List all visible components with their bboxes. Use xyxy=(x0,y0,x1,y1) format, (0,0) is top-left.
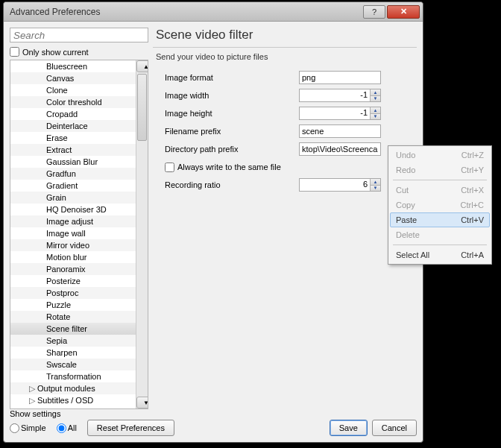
tree-item[interactable]: Image adjust xyxy=(10,215,136,227)
tree-item[interactable]: Gradfun xyxy=(10,168,136,180)
tree-item[interactable]: Motion blur xyxy=(10,251,136,263)
tree-item[interactable]: Deinterlace xyxy=(10,120,136,132)
ctx-separator xyxy=(393,180,487,180)
tree-item[interactable]: Gradient xyxy=(10,180,136,192)
tree-item-label: Motion blur xyxy=(46,253,86,262)
context-menu: UndoCtrl+Z RedoCtrl+Y CutCtrl+X CopyCtrl… xyxy=(388,145,492,265)
tree-item-label: Gradient xyxy=(46,181,78,190)
tree-item-label: Extract xyxy=(46,145,72,154)
tree-item[interactable]: Mirror video xyxy=(10,239,136,251)
all-radio[interactable] xyxy=(57,423,66,433)
tree-item-label: Posterize xyxy=(46,277,81,285)
simple-radio-row[interactable]: Simple xyxy=(10,423,46,433)
tree-item-label: Clone xyxy=(46,86,68,95)
height-spin-up[interactable]: ▲ xyxy=(370,107,380,114)
tree-item[interactable]: HQ Denoiser 3D xyxy=(10,204,136,215)
scroll-up-button[interactable]: ▲ xyxy=(136,60,148,72)
tree-expand-icon[interactable]: ▷ xyxy=(28,394,36,406)
tree-item-label: Rotate xyxy=(46,312,70,321)
tree-item[interactable]: ▷Subtitles / OSD xyxy=(10,394,136,406)
tree-item[interactable]: ▷Output modules xyxy=(10,382,136,394)
tree-item[interactable]: Rotate xyxy=(10,311,136,323)
tree-item[interactable]: Sharpen xyxy=(10,347,136,359)
image-width-input[interactable]: -1 ▲▼ xyxy=(299,89,381,102)
tree-item[interactable]: Extract xyxy=(10,144,136,156)
filename-prefix-input[interactable] xyxy=(299,124,381,138)
width-spin-up[interactable]: ▲ xyxy=(370,89,380,96)
tree-item-label: Cropadd xyxy=(46,110,78,119)
scroll-thumb[interactable] xyxy=(137,74,147,141)
tree-item[interactable]: Swscale xyxy=(10,359,136,370)
recording-ratio-input[interactable]: 6 ▲▼ xyxy=(299,178,381,192)
only-show-current-row[interactable]: Only show current xyxy=(10,47,148,57)
ctx-cut[interactable]: CutCtrl+X xyxy=(390,183,490,198)
width-spin-down[interactable]: ▼ xyxy=(370,96,380,102)
tree-item-label: Sepia xyxy=(46,336,67,345)
tree-item[interactable]: Cropadd xyxy=(10,108,136,120)
tree-item-label: Deinterlace xyxy=(46,122,88,130)
help-button[interactable]: ? xyxy=(363,5,385,19)
simple-radio[interactable] xyxy=(10,423,19,433)
tree-item-label: HQ Denoiser 3D xyxy=(46,205,107,214)
tree-item-label: Scene filter xyxy=(46,324,87,333)
ctx-undo[interactable]: UndoCtrl+Z xyxy=(390,148,490,163)
tree-item[interactable]: Puzzle xyxy=(10,299,136,311)
panel-divider xyxy=(153,47,417,48)
only-show-current-checkbox[interactable] xyxy=(10,47,19,57)
tree-item-label: Grain xyxy=(46,193,66,202)
height-spin-down[interactable]: ▼ xyxy=(370,114,380,120)
tree-item-label: Subtitles / OSD xyxy=(37,396,93,405)
tree-item[interactable]: Sepia xyxy=(10,335,136,347)
tree-item-label: Erase xyxy=(46,133,68,142)
ratio-spin-down[interactable]: ▼ xyxy=(370,186,380,192)
only-show-current-label: Only show current xyxy=(22,48,89,57)
ctx-redo[interactable]: RedoCtrl+Y xyxy=(390,163,490,177)
filename-prefix-label: Filename prefix xyxy=(165,127,299,136)
tree-item[interactable]: Erase xyxy=(10,132,136,144)
save-button[interactable]: Save xyxy=(330,420,368,436)
always-write-label: Always write to the same file xyxy=(177,163,281,171)
tree-item-label: Image wall xyxy=(46,229,86,238)
cancel-button[interactable]: Cancel xyxy=(372,420,417,436)
search-input[interactable] xyxy=(10,28,148,42)
ctx-paste[interactable]: PasteCtrl+V xyxy=(390,212,490,227)
directory-prefix-input[interactable] xyxy=(299,142,381,156)
tree-item[interactable]: Gaussian Blur xyxy=(10,156,136,168)
close-button[interactable]: ✕ xyxy=(387,5,420,19)
scroll-down-button[interactable]: ▼ xyxy=(136,397,148,408)
reset-preferences-button[interactable]: Reset Preferences xyxy=(87,420,174,436)
tree-item[interactable]: Scene filter xyxy=(10,323,136,335)
tree-item-label: Mirror video xyxy=(46,241,89,250)
ctx-separator xyxy=(393,244,487,245)
recording-ratio-label: Recording ratio xyxy=(165,180,299,189)
tree-scrollbar[interactable]: ▲ ▼ xyxy=(136,60,148,408)
all-radio-row[interactable]: All xyxy=(57,423,77,433)
tree-expand-icon[interactable]: ▷ xyxy=(28,382,36,394)
tree-item-label: Bluescreen xyxy=(46,62,87,71)
tree-item[interactable]: Color threshold xyxy=(10,96,136,108)
image-height-input[interactable]: -1 ▲▼ xyxy=(299,107,381,120)
tree-item-label: Gradfun xyxy=(46,169,76,178)
tree-item[interactable]: Posterize xyxy=(10,275,136,287)
tree-item-label: Output modules xyxy=(37,384,95,393)
tree-item[interactable]: Image wall xyxy=(10,227,136,239)
ctx-copy[interactable]: CopyCtrl+C xyxy=(390,198,490,212)
advanced-preferences-dialog: Advanced Preferences ? ✕ Only show curre… xyxy=(3,1,423,443)
image-format-input[interactable] xyxy=(299,71,381,84)
tree-item-label: Postproc xyxy=(46,288,78,297)
tree-item[interactable]: Transformation xyxy=(10,370,136,382)
tree-item[interactable]: Panoramix xyxy=(10,263,136,275)
tree-item[interactable]: Postproc xyxy=(10,287,136,299)
tree-item[interactable]: Bluescreen xyxy=(10,60,136,72)
ratio-spin-up[interactable]: ▲ xyxy=(370,179,380,186)
tree-item[interactable]: Clone xyxy=(10,84,136,96)
titlebar[interactable]: Advanced Preferences ? ✕ xyxy=(4,2,423,22)
panel-description: Send your video to picture files xyxy=(156,52,417,61)
ctx-select-all[interactable]: Select AllCtrl+A xyxy=(390,247,490,262)
tree-item[interactable]: Canvas xyxy=(10,72,136,84)
tree-item-label: Panoramix xyxy=(46,265,86,274)
tree-item-label: Canvas xyxy=(46,74,74,83)
ctx-delete[interactable]: Delete xyxy=(390,227,490,242)
always-write-checkbox[interactable] xyxy=(165,163,174,172)
tree-item[interactable]: Grain xyxy=(10,192,136,204)
